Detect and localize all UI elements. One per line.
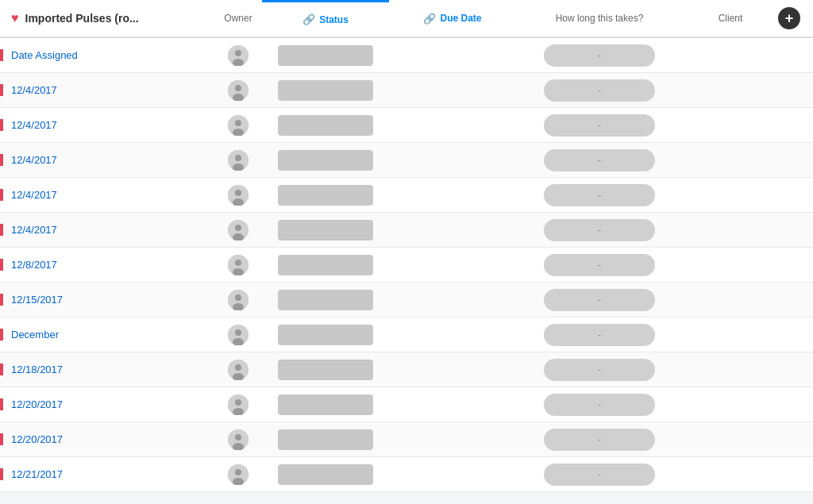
cell-name: 12/15/2017 [0, 294, 214, 306]
cell-owner [214, 429, 262, 450]
howlong-pill: - [544, 324, 655, 346]
cell-name: 12/4/2017 [0, 119, 214, 131]
avatar [228, 220, 249, 240]
status-pill [278, 115, 373, 136]
table-row[interactable]: December - [0, 317, 813, 352]
cell-owner [214, 325, 262, 345]
cell-howlong: - [516, 394, 683, 416]
cell-name: 12/4/2017 [0, 189, 214, 201]
cell-owner [214, 464, 262, 485]
howlong-pill: - [544, 79, 655, 102]
heart-icon: ♥ [11, 11, 19, 25]
table-row[interactable]: 12/4/2017 - [0, 213, 813, 248]
cell-name: 12/18/2017 [0, 364, 214, 375]
add-column-button[interactable]: + [778, 7, 800, 29]
howlong-pill: - [544, 184, 655, 206]
cell-howlong: - [516, 429, 683, 451]
status-pill [278, 464, 373, 485]
status-pill [278, 394, 373, 415]
cell-status [262, 360, 389, 380]
link-icon-duedate: 🔗 [423, 13, 436, 25]
cell-owner [214, 45, 262, 66]
status-pill [278, 220, 373, 240]
cell-howlong: - [516, 184, 683, 206]
col-header-client: Client [683, 13, 778, 24]
table-row[interactable]: 12/20/2017 - [0, 422, 813, 457]
svg-point-7 [235, 120, 241, 126]
data-rows: Date Assigned - 12/4/2017 [0, 38, 813, 504]
cell-owner [214, 115, 262, 136]
howlong-pill: - [544, 394, 655, 416]
svg-point-19 [235, 260, 241, 266]
cell-howlong: - [516, 254, 683, 276]
svg-point-13 [235, 190, 241, 196]
svg-point-1 [235, 50, 241, 56]
cell-howlong: - [516, 44, 683, 67]
cell-owner [214, 255, 262, 275]
col-header-status[interactable]: 🔗 Status [262, 0, 389, 37]
table-row[interactable]: Date Assigned - [0, 38, 813, 73]
table-title: Imported Pulses (ro... [25, 12, 139, 25]
table-row[interactable]: 12/20/2017 - [0, 387, 813, 422]
cell-howlong: - [516, 79, 683, 102]
cell-owner [214, 185, 262, 206]
col-header-owner: Owner [214, 13, 262, 24]
avatar [228, 360, 249, 380]
avatar [228, 394, 249, 415]
avatar [228, 464, 249, 485]
howlong-pill: - [544, 464, 655, 486]
howlong-pill: - [544, 254, 655, 276]
cell-name: 12/21/2017 [0, 468, 214, 480]
svg-point-28 [235, 364, 241, 371]
duedate-label: Due Date [440, 13, 481, 24]
status-pill [278, 80, 373, 101]
table-row[interactable]: 12/4/2017 - [0, 73, 813, 108]
avatar [228, 290, 249, 310]
table-row[interactable]: 12/4/2017 - [0, 108, 813, 143]
cell-name: 12/20/2017 [0, 398, 214, 410]
cell-status [262, 429, 389, 450]
howlong-pill: - [544, 114, 655, 137]
cell-owner [214, 80, 262, 101]
svg-point-25 [235, 329, 241, 336]
table-row[interactable]: 12/15/2017 - [0, 283, 813, 317]
table-row[interactable]: 12/18/2017 - [0, 352, 813, 387]
howlong-pill: - [544, 359, 655, 381]
howlong-pill: - [544, 219, 655, 241]
cell-howlong: - [516, 359, 683, 381]
status-pill [278, 290, 373, 310]
svg-point-22 [235, 294, 241, 301]
svg-point-34 [235, 434, 241, 441]
cell-name: 12/4/2017 [0, 84, 214, 96]
avatar [228, 185, 249, 206]
cell-status [262, 185, 389, 206]
table-row[interactable]: 12/21/2017 - [0, 457, 813, 492]
table-title-col: ♥ Imported Pulses (ro... [0, 11, 214, 25]
avatar [228, 45, 249, 66]
svg-point-10 [235, 155, 241, 161]
svg-point-16 [235, 225, 241, 231]
cell-name: December [0, 329, 214, 340]
status-pill [278, 45, 373, 66]
cell-owner [214, 220, 262, 240]
cell-status [262, 255, 389, 275]
howlong-pill: - [544, 149, 655, 171]
cell-status [262, 45, 389, 66]
cell-howlong: - [516, 464, 683, 486]
avatar [228, 115, 249, 136]
header-row: ♥ Imported Pulses (ro... Owner 🔗 Status … [0, 0, 813, 38]
howlong-pill: - [544, 429, 655, 451]
col-header-add[interactable]: + [778, 7, 810, 29]
table-container: ♥ Imported Pulses (ro... Owner 🔗 Status … [0, 0, 813, 504]
cell-owner [214, 394, 262, 415]
table-row[interactable]: 12/8/2017 - [0, 248, 813, 283]
table-row[interactable]: 12/4/2017 - [0, 178, 813, 213]
cell-owner [214, 150, 262, 171]
cell-status [262, 220, 389, 240]
cell-name: Date Assigned [0, 49, 214, 61]
howlong-pill: - [544, 289, 655, 311]
avatar [228, 325, 249, 345]
col-header-duedate[interactable]: 🔗 Due Date [389, 13, 516, 25]
table-row[interactable]: 12/4/2017 - [0, 143, 813, 178]
cell-status [262, 80, 389, 101]
